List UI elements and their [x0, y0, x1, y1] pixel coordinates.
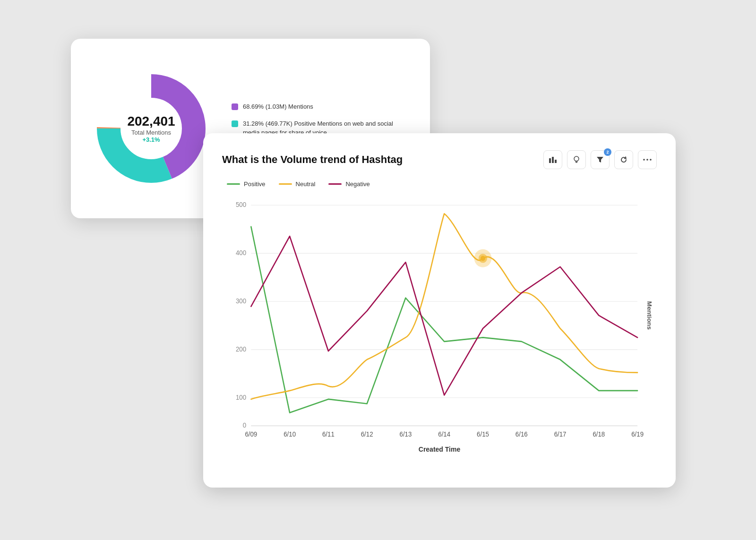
bar-icon	[549, 155, 557, 164]
legend-label-positive: Positive	[244, 180, 266, 188]
svg-rect-6	[555, 160, 557, 163]
svg-point-13	[650, 159, 652, 161]
total-mentions-number: 202,401	[127, 114, 175, 129]
svg-marker-10	[597, 157, 603, 163]
svg-text:100: 100	[236, 394, 246, 401]
legend-neutral: Neutral	[279, 180, 316, 188]
legend-dot-purple	[232, 103, 238, 110]
svg-rect-4	[549, 158, 551, 163]
more-button[interactable]	[638, 150, 657, 169]
bulb-button[interactable]	[567, 150, 586, 169]
chart-header: What is the Volume trend of Hashtag	[222, 150, 657, 169]
svg-text:0: 0	[243, 422, 246, 429]
growth-badge: +3.1%	[127, 136, 175, 143]
filter-button[interactable]: 2	[591, 150, 610, 169]
x-axis-title: Created Time	[222, 446, 657, 453]
svg-text:400: 400	[236, 249, 246, 257]
svg-text:200: 200	[236, 345, 246, 352]
svg-text:6/19: 6/19	[631, 431, 644, 438]
svg-text:6/17: 6/17	[554, 431, 567, 438]
svg-text:6/18: 6/18	[593, 431, 605, 438]
svg-text:6/12: 6/12	[361, 431, 373, 438]
svg-point-7	[574, 156, 579, 161]
total-mentions-label: Total Mentions	[127, 129, 175, 136]
svg-text:6/09: 6/09	[245, 431, 257, 438]
svg-text:6/10: 6/10	[284, 431, 296, 438]
legend-line-negative	[328, 183, 342, 185]
refresh-icon	[619, 155, 628, 164]
svg-text:6/15: 6/15	[477, 431, 489, 438]
svg-text:6/16: 6/16	[515, 431, 528, 438]
svg-text:300: 300	[236, 298, 246, 305]
chart-card: What is the Volume trend of Hashtag	[203, 133, 676, 488]
svg-text:Mentions: Mentions	[646, 301, 653, 329]
svg-text:6/11: 6/11	[322, 431, 335, 438]
legend-dot-teal	[232, 120, 238, 127]
donut-center: 202,401 Total Mentions +3.1%	[127, 114, 175, 143]
chart-toolbar: 2	[543, 150, 657, 169]
svg-rect-5	[552, 157, 554, 163]
svg-rect-8	[576, 161, 578, 162]
svg-text:500: 500	[236, 201, 246, 208]
chart-area: 500 400 300 200 100 0 6/09 6/10 6/11 6/1…	[222, 195, 657, 441]
legend-item-mentions: 68.69% (1.03M) Mentions	[232, 103, 411, 111]
chart-legend: Positive Neutral Negative	[222, 180, 657, 188]
filter-badge: 2	[604, 148, 611, 156]
chart-title: What is the Volume trend of Hashtag	[222, 154, 403, 166]
line-chart-svg: 500 400 300 200 100 0 6/09 6/10 6/11 6/1…	[222, 195, 657, 441]
bar-chart-button[interactable]	[543, 150, 562, 169]
legend-positive: Positive	[227, 180, 266, 188]
svg-text:6/14: 6/14	[438, 431, 450, 438]
svg-rect-9	[576, 162, 577, 163]
donut-chart: 202,401 Total Mentions +3.1%	[90, 67, 213, 190]
legend-text-mentions: 68.69% (1.03M) Mentions	[243, 103, 313, 111]
legend-negative: Negative	[328, 180, 369, 188]
svg-text:6/13: 6/13	[400, 431, 412, 438]
filter-icon	[596, 155, 604, 164]
legend-line-neutral	[279, 183, 292, 185]
legend-label-negative: Negative	[345, 180, 369, 188]
highlight-center	[481, 256, 485, 261]
legend-label-neutral: Neutral	[296, 180, 316, 188]
svg-point-12	[646, 159, 648, 161]
refresh-button[interactable]	[614, 150, 633, 169]
more-icon	[643, 159, 652, 161]
bulb-icon	[572, 155, 581, 164]
legend-line-positive	[227, 183, 240, 185]
svg-point-11	[643, 159, 645, 161]
